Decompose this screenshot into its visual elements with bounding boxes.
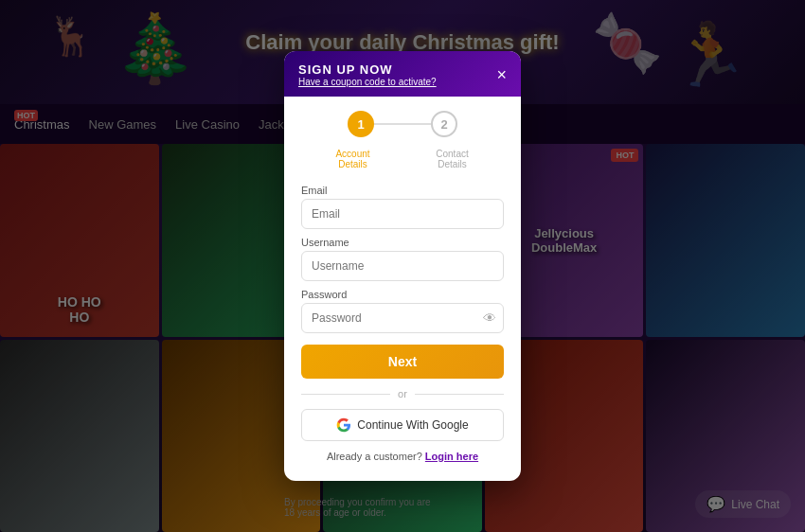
divider-line-right <box>415 394 504 395</box>
username-input[interactable] <box>301 251 504 281</box>
divider-text: or <box>398 388 407 399</box>
signup-modal: SIGN UP NOW Have a coupon code to activa… <box>284 51 521 481</box>
password-label: Password <box>301 289 504 300</box>
password-toggle-icon[interactable]: 👁 <box>483 310 496 326</box>
steps-area: 1 2 <box>284 97 521 147</box>
login-link[interactable]: Login here <box>425 451 478 462</box>
step-labels: AccountDetails ContactDetails <box>284 147 521 177</box>
step-2-circle: 2 <box>431 111 457 137</box>
step-1-label: AccountDetails <box>303 149 402 169</box>
email-input[interactable] <box>301 199 504 229</box>
divider: or <box>301 388 504 399</box>
step-line <box>374 123 431 125</box>
google-icon <box>336 417 351 433</box>
username-label: Username <box>301 237 504 248</box>
modal-header: SIGN UP NOW Have a coupon code to activa… <box>284 51 521 97</box>
coupon-link[interactable]: Have a coupon code to activate? <box>298 77 437 87</box>
password-wrapper: 👁 <box>301 303 504 333</box>
divider-line-left <box>301 394 390 395</box>
sign-up-label: SIGN UP NOW <box>298 62 437 77</box>
google-signin-button[interactable]: Continue With Google <box>301 409 504 441</box>
modal-header-left: SIGN UP NOW Have a coupon code to activa… <box>298 62 437 87</box>
login-area: Already a customer? Login here <box>301 451 504 462</box>
email-label: Email <box>301 185 504 196</box>
already-customer-text: Already a customer? <box>327 451 422 462</box>
form-area: Email Username Password 👁 Next or Contin… <box>284 185 521 462</box>
next-button[interactable]: Next <box>301 345 504 379</box>
step-2-label: ContactDetails <box>402 149 502 169</box>
google-button-label: Continue With Google <box>357 418 468 432</box>
step-1-circle: 1 <box>348 111 374 137</box>
password-input[interactable] <box>301 303 504 333</box>
modal-close-button[interactable]: × <box>496 66 507 83</box>
